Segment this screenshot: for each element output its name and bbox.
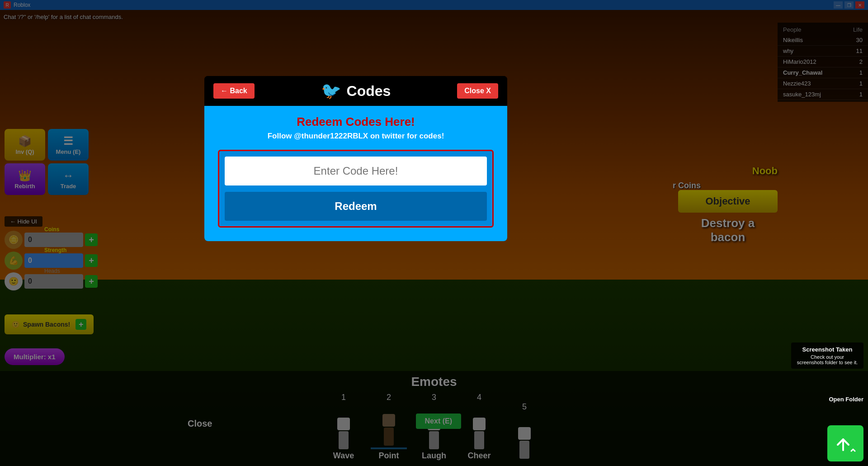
modal-subtitle: Redeem Codes Here! [218,115,494,129]
modal-header: ← Back 🐦 Codes Close X [204,76,507,106]
close-modal-button[interactable]: Close X [457,83,498,99]
modal-follow-text: Follow @thunder1222RBLX on twitter for c… [218,132,494,141]
screenshot-notification: Screenshot Taken Check out your screensh… [791,342,863,369]
modal-title: Codes [347,83,391,100]
back-button[interactable]: ← Back [213,83,255,99]
twitter-bird-icon: 🐦 [321,81,341,100]
screenshot-sub: Check out your screenshots folder to see… [797,354,858,365]
screenshot-icon[interactable] [827,425,863,461]
open-folder-button[interactable]: Open Folder [829,396,863,403]
modal-input-area: Redeem [218,150,494,228]
screenshot-label: Screenshot Taken [797,346,858,353]
codes-modal: ← Back 🐦 Codes Close X Redeem Codes Here… [204,76,507,241]
redeem-button[interactable]: Redeem [225,192,487,221]
modal-body: Redeem Codes Here! Follow @thunder1222RB… [204,106,507,241]
modal-title-area: 🐦 Codes [321,81,391,100]
code-input[interactable] [225,157,487,185]
